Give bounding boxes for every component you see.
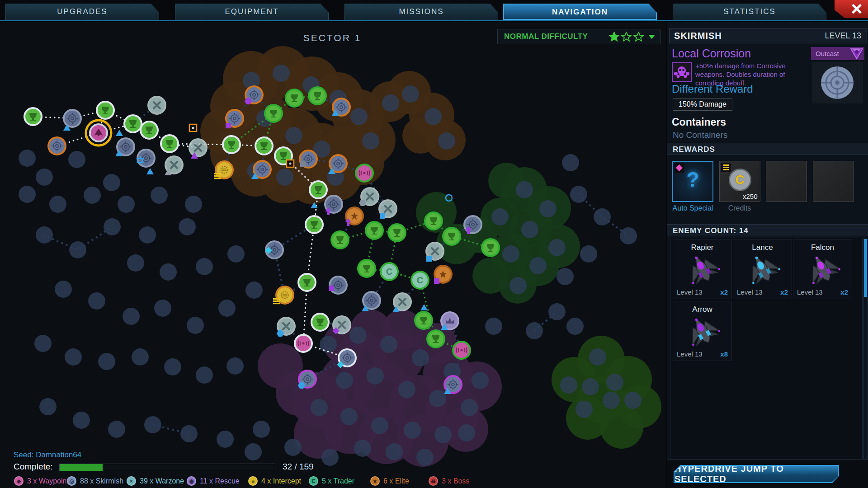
unexplored-node bbox=[127, 254, 144, 272]
map-node-tg[interactable] bbox=[358, 260, 375, 277]
map-node-sko[interactable] bbox=[48, 137, 66, 155]
map-node-rpw[interactable] bbox=[295, 335, 312, 352]
difficulty-star[interactable] bbox=[609, 32, 619, 42]
tab-navigation[interactable]: NAVIGATION bbox=[503, 4, 657, 20]
map-node-tw[interactable] bbox=[310, 181, 327, 198]
unexplored-node bbox=[582, 378, 599, 395]
legend-icon: ◉ bbox=[187, 476, 196, 486]
unexplored-node bbox=[118, 196, 135, 213]
map-node-tw[interactable] bbox=[97, 102, 114, 119]
territory-blob bbox=[294, 409, 344, 459]
hyperdrive-jump-button[interactable]: HYPERDRIVE JUMP TO SELECTED bbox=[674, 465, 839, 483]
unexplored-node bbox=[350, 108, 368, 125]
map-node-tg[interactable] bbox=[309, 87, 326, 104]
map-node-tg[interactable] bbox=[425, 212, 442, 230]
map-node-wz[interactable] bbox=[189, 139, 207, 156]
map-node-tw[interactable] bbox=[311, 314, 329, 331]
unexplored-node bbox=[196, 258, 213, 275]
map-node-tg[interactable] bbox=[331, 231, 349, 249]
map-node-tg[interactable] bbox=[265, 105, 282, 122]
enemy-ship-card-arrow[interactable]: Arrow Level 13 x8 bbox=[673, 301, 732, 361]
difficulty-star[interactable] bbox=[621, 32, 632, 42]
credits-coin-icon: C bbox=[729, 169, 751, 191]
map-node-tr[interactable]: C bbox=[381, 263, 398, 280]
map-node-tw[interactable] bbox=[223, 136, 240, 153]
unexplored-node bbox=[516, 181, 533, 198]
sector-map-canvas[interactable]: CC bbox=[0, 22, 666, 488]
map-node-rpg[interactable] bbox=[453, 342, 470, 359]
seed-label: Seed: Damnation64 bbox=[14, 450, 81, 460]
reward-slot-credits[interactable]: Cx250 bbox=[719, 161, 760, 202]
tab-equipment[interactable]: EQUIPMENT bbox=[175, 4, 329, 20]
map-node-tg[interactable] bbox=[415, 312, 432, 329]
unexplored-node bbox=[340, 408, 358, 425]
completion-progress-fill bbox=[60, 464, 103, 471]
map-node-rpg[interactable] bbox=[356, 164, 373, 182]
difficulty-panel[interactable]: NORMAL DIFFICULTY bbox=[497, 29, 661, 44]
unexplored-node bbox=[108, 421, 125, 438]
map-node-tw[interactable] bbox=[306, 216, 323, 233]
tab-missions[interactable]: MISSIONS bbox=[344, 4, 498, 20]
map-node-tw[interactable] bbox=[161, 135, 178, 152]
map-node-sk[interactable] bbox=[64, 110, 81, 127]
legend-label: 5 x Trader bbox=[322, 477, 354, 485]
unexplored-node bbox=[429, 390, 446, 407]
map-node-tw[interactable] bbox=[141, 122, 158, 139]
square-blue-marker bbox=[426, 256, 432, 262]
map-node-tw[interactable] bbox=[124, 115, 142, 132]
map-node-tg[interactable] bbox=[482, 239, 499, 256]
map-node-tg[interactable] bbox=[388, 224, 406, 241]
unexplored-node bbox=[103, 174, 120, 191]
legend-label: 3 x Boss bbox=[442, 477, 469, 485]
unexplored-node bbox=[284, 439, 302, 456]
faction-banner: Outcast bbox=[811, 47, 864, 60]
map-node-tg[interactable] bbox=[366, 222, 383, 239]
tab-upgrades[interactable]: UPGRADES bbox=[5, 4, 159, 20]
svg-text:C: C bbox=[386, 267, 392, 277]
map-node-tg[interactable] bbox=[443, 228, 460, 245]
unexplored-node bbox=[529, 257, 547, 274]
map-node-wp[interactable] bbox=[86, 120, 111, 145]
difficulty-stars[interactable] bbox=[609, 32, 660, 42]
reward-slot-auto-special[interactable]: ? bbox=[672, 161, 713, 202]
unexplored-node bbox=[154, 300, 171, 317]
navigation-screen: UPGRADESEQUIPMENTMISSIONSNAVIGATIONSTATI… bbox=[0, 0, 868, 488]
map-node-tg[interactable] bbox=[286, 89, 303, 107]
unexplored-node bbox=[84, 187, 101, 204]
unexplored-node bbox=[416, 449, 434, 466]
sidebar-scrollbar[interactable] bbox=[863, 239, 868, 460]
difficulty-star[interactable] bbox=[633, 32, 644, 42]
square-gray-marker bbox=[300, 161, 306, 167]
map-node-wz[interactable] bbox=[148, 97, 165, 114]
enemy-ship-card-rapier[interactable]: Rapier Level 13 x2 bbox=[673, 239, 732, 299]
legend-icon: C bbox=[309, 476, 318, 486]
map-node-tw[interactable] bbox=[255, 137, 273, 155]
unexplored-node bbox=[65, 348, 82, 366]
unexplored-node bbox=[367, 367, 384, 385]
map-node-tw[interactable] bbox=[298, 274, 316, 291]
unexplored-node bbox=[19, 186, 36, 203]
enemy-ship-card-falcon[interactable]: Falcon Level 13 x2 bbox=[793, 239, 852, 299]
ship-name: Arrow bbox=[673, 305, 731, 314]
legend-label: 3 x Waypoint bbox=[27, 477, 69, 485]
unexplored-node bbox=[88, 292, 105, 310]
unexplored-node bbox=[548, 239, 566, 256]
map-node-tg[interactable] bbox=[427, 330, 444, 347]
unexplored-node bbox=[217, 431, 234, 448]
territory-blob bbox=[472, 258, 509, 294]
ship-level: Level 13 bbox=[677, 350, 703, 358]
sector-map[interactable]: CC SECTOR 1 NORMAL DIFFICULTY Seed: Damn… bbox=[0, 22, 666, 488]
tab-statistics[interactable]: STATISTICS bbox=[673, 4, 826, 20]
map-node-tr[interactable]: C bbox=[411, 272, 429, 289]
map-node-sk[interactable] bbox=[464, 216, 481, 233]
map-node-tw[interactable] bbox=[24, 108, 42, 125]
sector-title: SECTOR 1 bbox=[264, 33, 400, 43]
map-node-sk[interactable] bbox=[330, 277, 347, 294]
enemy-ship-card-lance[interactable]: Lance Level 13 x2 bbox=[733, 239, 792, 299]
chevron-down-icon[interactable] bbox=[648, 35, 655, 39]
close-button[interactable] bbox=[835, 0, 868, 18]
unexplored-node bbox=[566, 318, 584, 335]
unexplored-node bbox=[245, 282, 263, 299]
unexplored-node bbox=[245, 443, 262, 460]
sidebar-scrollbar-thumb[interactable] bbox=[864, 239, 867, 297]
